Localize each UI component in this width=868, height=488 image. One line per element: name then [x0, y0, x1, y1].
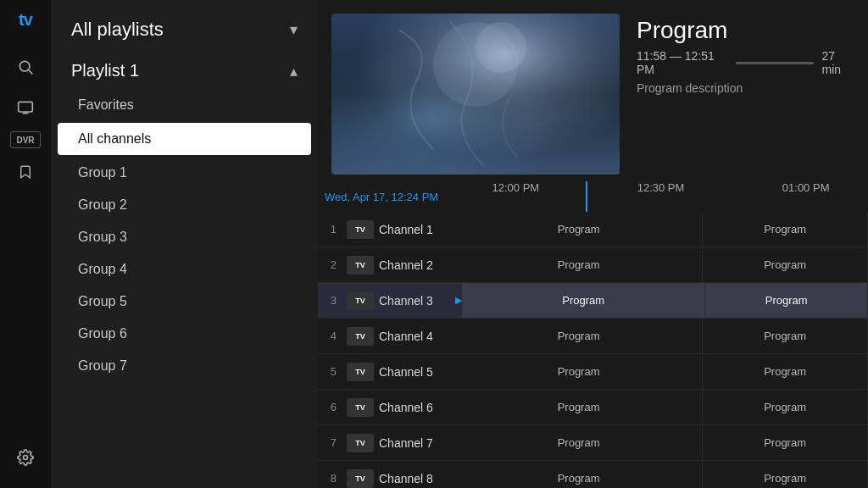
- table-row[interactable]: 7 TV Channel 7 Program Program: [318, 425, 868, 461]
- channel-number: 8: [318, 472, 342, 485]
- program-cell[interactable]: Program: [455, 247, 703, 282]
- left-panel: All playlists ▾ Playlist 1 ▴ Favorites A…: [51, 0, 318, 488]
- channel-name: Channel 7: [379, 436, 455, 450]
- search-button[interactable]: [8, 50, 42, 84]
- current-time-marker: [586, 181, 587, 212]
- favorites-item[interactable]: Favorites: [51, 89, 318, 121]
- program-duration: 27 min: [822, 49, 855, 76]
- screen-button[interactable]: [8, 91, 42, 125]
- channel-name: Channel 1: [379, 223, 455, 236]
- progress-bar: [736, 62, 814, 64]
- channel-icon: TV: [347, 469, 374, 488]
- program-cell[interactable]: Program: [705, 283, 868, 318]
- sidebar-icons: tv DVR: [0, 0, 51, 488]
- table-row[interactable]: 1 TV Channel 1 Program Program: [318, 212, 868, 247]
- channel-icon: TV: [347, 327, 374, 346]
- table-row[interactable]: 2 TV Channel 2 Program Program: [318, 247, 868, 283]
- group-6-item[interactable]: Group 6: [51, 318, 318, 350]
- channel-number: 1: [318, 223, 342, 236]
- all-playlists-title: All playlists: [71, 19, 164, 41]
- channel-number: 2: [318, 258, 342, 271]
- channel-icon: TV: [347, 363, 374, 381]
- program-description: Program description: [637, 81, 854, 95]
- program-title: Program: [637, 17, 854, 44]
- timeline-header: Wed, Apr 17, 12:24 PM 12:00 PM 12:30 PM …: [318, 181, 868, 212]
- svg-point-5: [24, 456, 28, 460]
- program-cell[interactable]: Program: [455, 354, 703, 389]
- all-playlists-header[interactable]: All playlists ▾: [51, 7, 318, 53]
- channel-programs: Program Program: [455, 212, 868, 247]
- channel-name: Channel 5: [379, 365, 455, 379]
- epg-container: Wed, Apr 17, 12:24 PM 12:00 PM 12:30 PM …: [318, 181, 868, 488]
- program-cell[interactable]: Program: [703, 212, 868, 247]
- playlist1-chevron: ▴: [290, 62, 298, 80]
- program-cell[interactable]: Program: [703, 354, 868, 389]
- svg-rect-2: [19, 102, 33, 112]
- channel-name: Channel 3: [379, 294, 455, 308]
- app-logo: tv: [19, 10, 32, 30]
- channel-name: Channel 8: [379, 472, 455, 485]
- table-row[interactable]: 4 TV Channel 4 Program Program: [318, 319, 868, 354]
- channel-number: 5: [318, 365, 342, 378]
- program-cell[interactable]: Program: [455, 425, 703, 460]
- group-4-item[interactable]: Group 4: [51, 253, 318, 286]
- svg-point-9: [476, 22, 526, 73]
- top-section: Program 11:58 — 12:51 PM 27 min Program …: [318, 0, 868, 181]
- channel-programs: Program Program: [455, 319, 868, 353]
- program-cell[interactable]: Program: [455, 212, 703, 247]
- playlist1-title: Playlist 1: [71, 61, 139, 80]
- channel-programs: Program Program: [455, 247, 868, 282]
- program-time: 11:58 — 12:51 PM 27 min: [637, 49, 854, 76]
- channel-programs: Program Program: [455, 390, 868, 424]
- current-date-label: Wed, Apr 17, 12:24 PM: [325, 191, 438, 203]
- channel-name: Channel 2: [379, 258, 455, 272]
- channel-rows: 1 TV Channel 1 Program Program 2 TV Chan…: [318, 212, 868, 488]
- main-content: Program 11:58 — 12:51 PM 27 min Program …: [318, 0, 868, 488]
- channel-programs: Program Program: [455, 425, 868, 460]
- channel-icon: TV: [347, 220, 374, 239]
- playlist1-header[interactable]: Playlist 1 ▴: [51, 53, 318, 89]
- dvr-button[interactable]: DVR: [10, 131, 41, 148]
- program-cell-active[interactable]: Program: [462, 283, 705, 318]
- group-5-item[interactable]: Group 5: [51, 286, 318, 318]
- channel-icon: TV: [347, 291, 374, 310]
- svg-line-1: [29, 70, 33, 75]
- table-row[interactable]: 5 TV Channel 5 Program Program: [318, 354, 868, 390]
- table-row[interactable]: 3 TV Channel 3 ▶ Program Program: [318, 283, 868, 319]
- group-3-item[interactable]: Group 3: [51, 221, 318, 253]
- channel-name: Channel 4: [379, 330, 455, 343]
- program-cell[interactable]: Program: [455, 461, 703, 488]
- group-7-item[interactable]: Group 7: [51, 350, 318, 382]
- channel-icon: TV: [347, 434, 374, 452]
- channel-number: 3: [318, 294, 342, 307]
- svg-point-0: [19, 61, 30, 71]
- program-info: Program 11:58 — 12:51 PM 27 min Program …: [637, 14, 854, 175]
- time-label-1230: 12:30 PM: [637, 181, 685, 194]
- program-cell[interactable]: Program: [703, 425, 868, 460]
- channel-icon: TV: [347, 398, 374, 417]
- time-label-0100: 01:00 PM: [782, 181, 830, 194]
- channel-name: Channel 6: [379, 401, 455, 414]
- group-1-item[interactable]: Group 1: [51, 157, 318, 189]
- group-2-item[interactable]: Group 2: [51, 189, 318, 221]
- program-cell[interactable]: Program: [455, 390, 703, 424]
- table-row[interactable]: 8 TV Channel 8 Program Program: [318, 461, 868, 488]
- settings-button[interactable]: [8, 441, 42, 474]
- all-channels-item[interactable]: All channels: [58, 123, 311, 155]
- channel-number: 6: [318, 401, 342, 413]
- timeline-spacer: Wed, Apr 17, 12:24 PM: [318, 189, 453, 204]
- program-thumbnail: [331, 14, 620, 175]
- all-playlists-chevron: ▾: [290, 20, 298, 39]
- timeline-times: 12:00 PM 12:30 PM 01:00 PM: [453, 181, 868, 212]
- channel-programs: Program Program: [455, 461, 868, 488]
- channel-number: 4: [318, 330, 342, 342]
- program-cell[interactable]: Program: [455, 319, 703, 353]
- program-cell[interactable]: Program: [703, 247, 868, 282]
- program-time-range: 11:58 — 12:51 PM: [637, 49, 727, 76]
- program-cell[interactable]: Program: [703, 319, 868, 353]
- time-label-1200: 12:00 PM: [492, 181, 540, 194]
- table-row[interactable]: 6 TV Channel 6 Program Program: [318, 390, 868, 425]
- bookmark-button[interactable]: [8, 155, 42, 189]
- program-cell[interactable]: Program: [703, 461, 868, 488]
- program-cell[interactable]: Program: [703, 390, 868, 424]
